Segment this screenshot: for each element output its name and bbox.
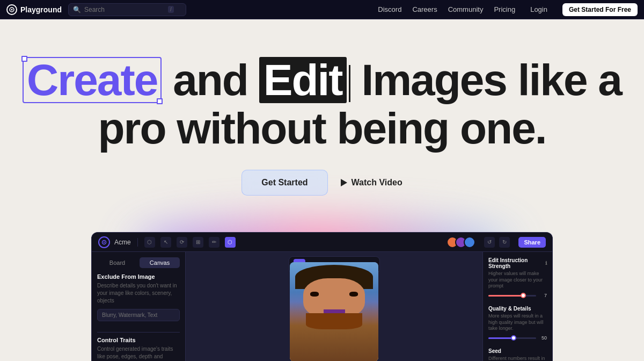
nav-links: Discord Careers Community Pricing Login … (378, 3, 638, 16)
redo-button[interactable]: ↻ (499, 237, 510, 248)
workspace-name: Acme (114, 239, 131, 246)
edit-strength-value: 7 (539, 293, 547, 298)
hero-title-line1: Create and Edit Images like a (23, 57, 621, 103)
app-body: Board Canvas Exclude From Image Describe… (92, 252, 552, 361)
hero-section: Create and Edit Images like a pro withou… (0, 19, 644, 361)
get-started-hero-button[interactable]: Get Started (241, 170, 327, 196)
play-icon (341, 179, 347, 186)
tool-crop[interactable]: ⊞ (193, 237, 203, 248)
quality-desc: More steps will result in a high quality… (488, 313, 547, 332)
seed-section: Seed Different numbers result in new var… (488, 348, 547, 361)
search-icon: 🔍 (73, 6, 81, 13)
exclude-input[interactable] (97, 309, 180, 321)
app-left-sidebar: Board Canvas Exclude From Image Describe… (92, 252, 186, 361)
hero-word-create: Create (23, 57, 162, 103)
app-tabs: Board Canvas (97, 257, 180, 268)
hero-title-rest: Images like a (361, 55, 621, 104)
app-avatars (450, 236, 475, 248)
edit-cursor (349, 65, 350, 103)
quality-title: Quality & Details (488, 306, 547, 312)
nav-logo[interactable]: Playground (6, 4, 62, 15)
svg-point-1 (11, 9, 13, 10)
tool-select[interactable]: ↖ (160, 237, 171, 248)
undo-button[interactable]: ↺ (484, 237, 495, 248)
tool-edit-active[interactable]: ⬡ (225, 237, 236, 248)
nav-link-discord[interactable]: Discord (378, 5, 401, 13)
tab-board[interactable]: Board (97, 257, 137, 268)
hero-title-line2: pro without being one. (23, 106, 621, 150)
get-started-button[interactable]: Get Started For Free (562, 3, 638, 16)
quality-slider[interactable]: 50 (488, 335, 547, 341)
nav-link-community[interactable]: Community (448, 5, 484, 13)
search-bar[interactable]: 🔍 / (68, 3, 186, 16)
tab-canvas[interactable]: Canvas (140, 257, 180, 268)
share-button[interactable]: Share (518, 237, 546, 248)
app-topbar: Acme ⬡ ↖ ⟳ ⊞ ✏ ⬡ ↺ ↻ Share (92, 233, 552, 252)
avatar-3 (464, 236, 475, 248)
tool-transform[interactable]: ⟳ (177, 237, 187, 248)
search-input[interactable] (84, 6, 165, 13)
edit-strength-info-icon[interactable]: ℹ (545, 261, 547, 266)
svg-point-3 (104, 241, 105, 242)
watch-video-button[interactable]: Watch Video (341, 178, 402, 187)
app-screenshot: Acme ⬡ ↖ ⟳ ⊞ ✏ ⬡ ↺ ↻ Share (91, 232, 553, 361)
seed-desc: Different numbers result in new variatio… (488, 356, 547, 361)
logo-icon (6, 4, 17, 15)
control-section-desc: Control generated image's traits like po… (97, 345, 180, 361)
app-canvas[interactable]: ✏ ▦ 28 🗑 (186, 252, 482, 361)
hero-word-edit: Edit (259, 57, 347, 103)
login-button[interactable]: Login (526, 3, 552, 16)
canvas-image (290, 262, 378, 361)
edit-strength-title: Edit Instruction Strength ℹ (488, 257, 547, 269)
hero-content: Create and Edit Images like a pro withou… (23, 57, 621, 196)
search-shortcut: / (168, 6, 174, 13)
quality-section: Quality & Details More steps will result… (488, 306, 547, 341)
seed-title: Seed (488, 348, 547, 354)
section-divider (97, 332, 180, 333)
watch-video-label: Watch Video (352, 178, 402, 187)
exclude-section-desc: Describe details you don't want in your … (97, 282, 180, 305)
navbar: Playground 🔍 / Discord Careers Community… (0, 0, 644, 19)
quality-value: 50 (539, 335, 547, 341)
tool-export[interactable]: ⬡ (144, 237, 155, 248)
app-right-panel: Edit Instruction Strength ℹ Higher value… (482, 252, 552, 361)
edit-strength-slider[interactable]: 7 (488, 293, 547, 298)
app-toolbar-icons: ⬡ ↖ ⟳ ⊞ ✏ ⬡ (144, 237, 236, 248)
nav-link-careers[interactable]: Careers (412, 5, 437, 13)
exclude-section-title: Exclude From Image (97, 273, 180, 280)
app-logo-small (98, 236, 110, 248)
edit-strength-desc: Higher values will make your image close… (488, 271, 547, 290)
hero-and: and (173, 55, 259, 104)
tool-brush[interactable]: ✏ (209, 237, 219, 248)
logo-text: Playground (20, 5, 62, 14)
edit-strength-section: Edit Instruction Strength ℹ Higher value… (488, 257, 547, 298)
hero-buttons: Get Started Watch Video (23, 170, 621, 196)
control-section-title: Control Traits (97, 337, 180, 343)
nav-link-pricing[interactable]: Pricing (494, 5, 515, 13)
